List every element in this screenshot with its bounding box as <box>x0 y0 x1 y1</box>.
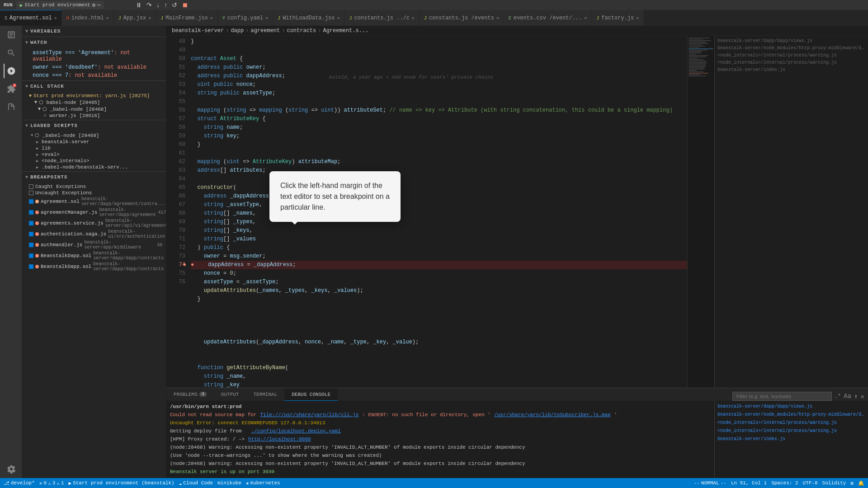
debug-pause-btn[interactable]: ⏸ <box>135 1 143 9</box>
filter-regex-icon[interactable]: .* <box>835 393 841 399</box>
bp-checkbox[interactable] <box>29 210 33 215</box>
ls-lib[interactable]: ▶ lib <box>22 145 166 151</box>
bp-checkbox[interactable] <box>29 243 33 247</box>
tab-factory-js[interactable]: J factory.js ✕ <box>592 10 644 26</box>
status-cursor[interactable]: Ln 51, Col 1 <box>731 480 767 486</box>
console-line: Uncaught Error: connect ECONNREFUSED 127… <box>170 419 711 427</box>
call-stack-chevron: ▼ <box>25 84 28 89</box>
tab-close-config[interactable]: ✕ <box>265 15 268 21</box>
status-bell-icon[interactable]: 🔔 <box>858 480 864 486</box>
tab-close-agreement[interactable]: ✕ <box>54 15 57 21</box>
tab-close-constants2[interactable]: ✕ <box>496 15 499 21</box>
status-errors[interactable]: ✕ 0 ⚠ 3 ⚠ 1 <box>39 480 64 486</box>
activity-debug[interactable] <box>4 64 18 78</box>
bp-caught-exceptions[interactable]: Caught Exceptions <box>22 183 166 190</box>
call-stack-header[interactable]: ▼ CALL STACK <box>22 81 166 92</box>
bp-item-auth-saga[interactable]: authentication.saga.js beanstalk-ui/src/… <box>22 229 166 239</box>
filter-input[interactable] <box>732 392 832 401</box>
call-stack-babel-node2[interactable]: ▼ ⬡ _babel-node [28468] <box>22 106 166 113</box>
ls-babel-beanstalk[interactable]: ▶ .babel-node/beanstalk-serv... <box>22 164 166 170</box>
tab-events-csv[interactable]: C events.csv /event/... ✕ <box>504 10 592 26</box>
maximize-panel-icon[interactable]: ⬆ <box>854 393 858 400</box>
bp-item-agreementmanager[interactable]: agreementManager.js beanstalk-server/dap… <box>22 207 166 218</box>
activity-explorer[interactable] <box>4 28 18 42</box>
status-encoding[interactable]: UTF-8 <box>803 480 818 486</box>
watch-item[interactable]: owner === 'deadbeef': not available <box>22 63 166 71</box>
tab-problems[interactable]: PROBLEMS 4 <box>166 388 214 401</box>
tab-close-app[interactable]: ✕ <box>148 15 151 21</box>
filter-case-icon[interactable]: Aa <box>844 393 851 400</box>
tab-close-mainframe[interactable]: ✕ <box>210 15 213 21</box>
bp-uncaught-checkbox[interactable] <box>29 191 33 195</box>
watch-item[interactable]: nonce === 7: not available <box>22 71 166 80</box>
gear-icon[interactable]: ⚙ <box>92 2 95 9</box>
status-spaces[interactable]: Spaces: 2 <box>771 480 798 486</box>
debug-config-selector[interactable]: ▶ Start prod environment ⚙ ⋯ <box>16 1 104 9</box>
more-icon[interactable]: ⋯ <box>97 2 100 9</box>
tab-close-constants1[interactable]: ✕ <box>412 15 415 21</box>
tab-icon-js: J <box>160 16 163 21</box>
activity-extensions[interactable]: 2 <box>4 82 18 96</box>
bp-checkbox[interactable] <box>29 221 33 225</box>
variables-section: ▼ VARIABLES <box>22 26 166 37</box>
tab-constants-js-events[interactable]: J constants.js /events ✕ <box>420 10 504 26</box>
debug-step-over-btn[interactable]: ↷ <box>146 1 153 9</box>
bp-item-agreements-service[interactable]: agreements.service.js beanstalk-server/a… <box>22 218 166 229</box>
tab-terminal[interactable]: TERMINAL <box>246 388 284 401</box>
bp-item-beanstalkmain2[interactable]: BeanstalkDapp.sol beanstalk-server/dapp/… <box>22 261 166 272</box>
bp-item-agreement[interactable]: Agreement.sol beanstalk-server/dapp/agre… <box>22 196 166 207</box>
status-cloud-code[interactable]: ☁ Cloud Code <box>179 480 213 486</box>
bp-item-beanstalkmain1[interactable]: BeanstalkDapp.sol beanstalk-server/dapp/… <box>22 250 166 261</box>
call-stack-worker[interactable]: ○ worker.js [28616] <box>22 113 166 119</box>
status-config[interactable]: ▶ Start prod environment (beanstalk) <box>69 480 175 486</box>
ls-beanstalk-server[interactable]: ▶ beanstalk-server <box>22 139 166 145</box>
breakpoints-label: BREAKPOINTS <box>30 174 67 180</box>
activity-search[interactable] <box>4 46 18 60</box>
ls-node-internals[interactable]: ▶ <node_internals> <box>22 158 166 164</box>
tab-withloaddata[interactable]: J WithLoadData.jsx ✕ <box>273 10 344 26</box>
status-kubernetes[interactable]: ⎈ Kubernetes <box>246 480 280 486</box>
variables-header[interactable]: ▼ VARIABLES <box>22 26 166 37</box>
tab-close-factory[interactable]: ✕ <box>636 15 639 21</box>
status-language[interactable]: Solidity <box>822 480 846 486</box>
bp-item-authhandler[interactable]: authHandler.js beanstalk-server/app/midd… <box>22 239 166 250</box>
tab-constants-js-c[interactable]: J constants.js ../c ✕ <box>344 10 419 26</box>
bp-checkbox[interactable] <box>29 232 33 236</box>
debug-step-into-btn[interactable]: ↓ <box>156 1 160 9</box>
ls-root[interactable]: ▼ ⬡ _babel-node [28468] <box>22 132 166 139</box>
call-stack-babel-node[interactable]: ▼ ⬡ babel-node [28405] <box>22 99 166 106</box>
status-layout-icon[interactable]: ⊞ <box>850 480 854 486</box>
debug-restart-btn[interactable]: ↺ <box>171 1 178 9</box>
tab-mainframe-jsx[interactable]: J MainFrame.jsx ✕ <box>156 10 218 26</box>
tab-index-html[interactable]: H index.html ✕ <box>62 10 114 26</box>
bp-checkbox[interactable] <box>29 199 33 204</box>
bp-caught-checkbox[interactable] <box>29 184 33 189</box>
tab-close-withload[interactable]: ✕ <box>337 15 340 21</box>
breakpoints-header[interactable]: ▼ BREAKPOINTS <box>22 172 166 183</box>
watch-item[interactable]: assetType === 'Agreement': not available <box>22 49 166 63</box>
debug-step-out-btn[interactable]: ↑ <box>163 1 168 9</box>
close-panel-icon[interactable]: ✕ <box>861 393 864 400</box>
tab-output[interactable]: OUTPUT <box>214 388 246 401</box>
debug-stop-btn[interactable]: ⏹ <box>181 1 189 9</box>
activity-settings[interactable] <box>4 462 18 476</box>
status-branch[interactable]: ⎇ develop* <box>4 480 35 486</box>
code-editor[interactable]: koteld, a year ago • Add enum for users'… <box>166 36 714 388</box>
watch-header[interactable]: ▼ WATCH <box>22 37 166 48</box>
bp-checkbox[interactable] <box>29 253 33 258</box>
tab-close-events[interactable]: ✕ <box>584 15 587 21</box>
code-content: } contract Asset { address public owner;… <box>189 36 687 388</box>
tab-config-yaml[interactable]: Y config.yaml ✕ <box>218 10 273 26</box>
loaded-scripts-header[interactable]: ▼ LOADED SCRIPTS <box>22 120 166 131</box>
status-mode[interactable]: -- NORMAL -- <box>694 480 726 486</box>
tab-close-index[interactable]: ✕ <box>106 15 109 21</box>
status-minikube[interactable]: minikube <box>217 480 241 486</box>
tab-app-jsx[interactable]: J App.jsx ✕ <box>114 10 156 26</box>
bp-checkbox[interactable] <box>29 264 33 269</box>
tab-debug-console[interactable]: DEBUG CONSOLE <box>284 388 338 401</box>
ls-eval[interactable]: ▶ <eval> <box>22 151 166 158</box>
activity-git[interactable] <box>4 100 18 114</box>
call-stack-main[interactable]: ▼ Start prod environment: yarn.js [28275… <box>22 93 166 99</box>
bp-uncaught-exceptions[interactable]: Uncaught Exceptions <box>22 190 166 196</box>
tab-agreement-sol[interactable]: S Agreement.sol ✕ <box>0 10 62 26</box>
